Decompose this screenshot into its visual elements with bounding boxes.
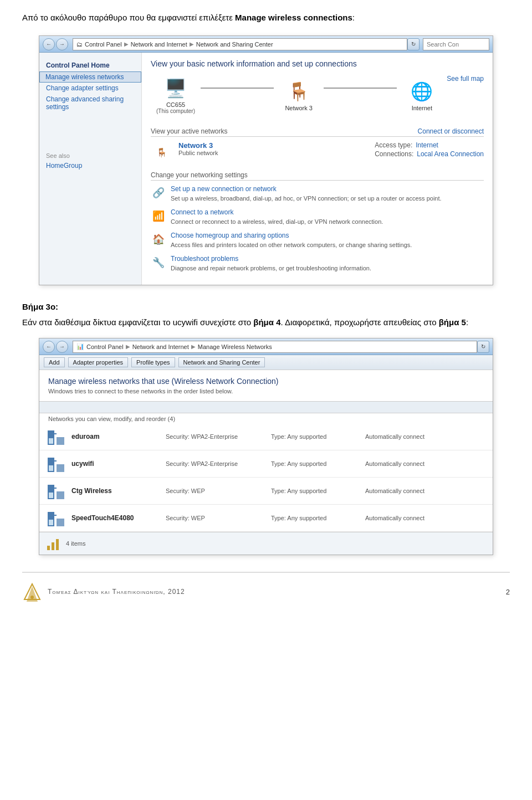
wifi-row-speedtouch[interactable]: SpeedTouch4E4080 Security: WEP Type: Any… — [39, 505, 493, 532]
wifi-row-eduroam[interactable]: eduroam Security: WPA2-Enterprise Type: … — [39, 423, 493, 450]
wifi-icon-ctg — [46, 481, 66, 501]
active-network-info: Network 3 Public network — [178, 141, 369, 156]
wifi-type-ucywifi: Type: Any supported — [271, 460, 360, 467]
add-button[interactable]: Add — [44, 357, 65, 367]
forward-button-2[interactable]: → — [56, 341, 68, 353]
access-type-row: Access type: Internet — [375, 141, 484, 149]
connect-network-link[interactable]: Connect to a network — [171, 208, 383, 216]
refresh-button-2[interactable]: ↻ — [477, 341, 489, 353]
troubleshoot-icon: 🔧 — [151, 255, 166, 270]
net-line-2 — [324, 88, 397, 89]
back-button[interactable]: ← — [43, 38, 55, 50]
address-bar-2[interactable]: 📊 Control Panel ▶ Network and Internet ▶… — [73, 341, 477, 353]
step3-heading: Βήμα 3ο: — [22, 302, 510, 311]
svg-rect-1 — [49, 438, 53, 444]
page-number: 2 — [506, 588, 510, 596]
new-connection-link[interactable]: Set up a new connection or network — [171, 185, 442, 193]
svg-rect-20 — [47, 546, 50, 550]
connections-row: Connections: Local Area Connection — [375, 150, 484, 158]
nav-buttons-2: ← → — [43, 341, 68, 353]
step3-bold2: βήμα 5 — [439, 317, 466, 327]
refresh-button[interactable]: ↻ — [407, 38, 420, 50]
address-bar[interactable]: 🗂 Control Panel ▶ Network and Internet ▶… — [73, 38, 407, 50]
active-network-name: Network 3 — [178, 141, 369, 150]
breadcrumb2-part1: Control Panel — [86, 343, 124, 350]
sep2: ▶ — [190, 41, 194, 47]
main-content-1: View your basic network information and … — [142, 53, 493, 285]
step3-bold1: βήμα 4 — [253, 317, 280, 327]
sidebar-manage-wireless[interactable]: Manage wireless networks — [39, 71, 141, 83]
profile-types-button[interactable]: Profile types — [131, 357, 175, 367]
connect-disconnect-link[interactable]: Connect or disconnect — [418, 127, 484, 135]
active-network-type: Public network — [178, 150, 369, 156]
svg-rect-6 — [49, 465, 53, 471]
connections-value[interactable]: Local Area Connection — [417, 150, 484, 158]
svg-rect-11 — [49, 493, 53, 498]
svg-marker-17 — [48, 512, 54, 519]
see-full-map-link[interactable]: See full map — [447, 75, 484, 83]
svg-rect-18 — [57, 519, 64, 526]
connect-network-icon: 📶 — [151, 208, 166, 224]
settings-item-2: 🏠 Choose homegroup and sharing options A… — [151, 232, 484, 249]
footer-chart-icon — [46, 536, 62, 551]
screenshot-manage-wireless: ← → 📊 Control Panel ▶ Network and Intern… — [39, 338, 493, 555]
search-input[interactable] — [423, 38, 489, 50]
new-connection-desc: Set up a wireless, broadband, dial-up, a… — [171, 195, 442, 202]
net-line-1 — [201, 88, 274, 89]
wifi-name-speedtouch: SpeedTouch4E4080 — [71, 514, 160, 522]
back-button-2[interactable]: ← — [43, 341, 55, 353]
network-sharing-center-button[interactable]: Network and Sharing Center — [178, 357, 265, 367]
breadcrumb-part2: Network and Internet — [131, 41, 187, 48]
network-diagram: 🖥️ CC655 (This computer) 🪑 Network 3 🌐 I… — [151, 75, 484, 120]
wifi-connect-ctg: Automatically connect — [365, 488, 486, 494]
homegroup-desc: Access files and printers located on oth… — [171, 242, 412, 248]
wifi-type-speedtouch: Type: Any supported — [271, 515, 360, 521]
settings-text-1: Connect to a network Connect or reconnec… — [171, 208, 383, 226]
sidebar-advanced-sharing[interactable]: Change advanced sharing settings — [39, 94, 141, 112]
homegroup-icon: 🏠 — [151, 232, 166, 247]
breadcrumb2-part3: Manage Wireless Networks — [198, 343, 272, 350]
troubleshoot-link[interactable]: Troubleshoot problems — [171, 255, 371, 263]
computer-label: CC655 — [166, 101, 185, 108]
wifi-name-ctg: Ctg Wireless — [71, 487, 160, 495]
wifi-type-eduroam: Type: Any supported — [271, 433, 360, 440]
breadcrumb-icon-2: 📊 — [76, 343, 84, 350]
nav-buttons: ← → — [43, 38, 68, 50]
network-label: Network 3 — [285, 105, 313, 111]
sep2-1: ▶ — [126, 343, 130, 350]
settings-item-1: 📶 Connect to a network Connect or reconn… — [151, 208, 484, 226]
svg-point-25 — [30, 596, 34, 599]
wifi-row-ucywifi[interactable]: ucywifi Security: WPA2-Enterprise Type: … — [39, 450, 493, 478]
sep1: ▶ — [124, 41, 129, 47]
net-item-computer: 🖥️ CC655 (This computer) — [151, 75, 201, 114]
active-networks-bar: View your active networks Connect or dis… — [151, 127, 484, 137]
window-body-1: Control Panel Home Manage wireless netwo… — [39, 53, 493, 285]
footer-org: Τομέας Δικτύων και Τηλεπικοινωνιών, 2012 — [22, 582, 185, 602]
access-type-label: Access type: — [375, 141, 412, 149]
footer-logo-icon — [22, 582, 42, 602]
titlebar-2: ← → 📊 Control Panel ▶ Network and Intern… — [39, 339, 493, 355]
svg-marker-7 — [48, 458, 54, 464]
svg-marker-2 — [48, 430, 54, 437]
network-access-info: Access type: Internet Connections: Local… — [375, 141, 484, 159]
adapter-properties-button[interactable]: Adapter properties — [68, 357, 129, 367]
forward-button[interactable]: → — [56, 38, 68, 50]
intro-paragraph: Από το ακόλουθο παράθυρο που θα εμφανιστ… — [22, 11, 510, 24]
sidebar-change-adapter[interactable]: Change adapter settings — [39, 83, 141, 94]
svg-rect-22 — [56, 539, 59, 550]
net-item-network: 🪑 Network 3 — [274, 78, 324, 111]
connections-label: Connections: — [375, 150, 413, 158]
homegroup-link[interactable]: Choose homegroup and sharing options — [171, 232, 412, 239]
wifi-list-subtitle: Windows tries to connect to these networ… — [48, 388, 484, 394]
wifi-table-header — [39, 401, 493, 413]
settings-bar: Change your networking settings — [151, 171, 484, 181]
step3-text-after: . Διαφορετικά, προχωρήστε απευθείας στο — [281, 317, 439, 327]
wifi-networks-count: Networks you can view, modify, and reord… — [39, 413, 493, 423]
new-connection-icon: 🔗 — [151, 185, 166, 201]
wifi-list-header: Manage wireless networks that use (Wirel… — [39, 370, 493, 401]
troubleshoot-desc: Diagnose and repair network problems, or… — [171, 265, 371, 271]
wifi-icon-speedtouch — [46, 508, 66, 528]
wifi-row-ctg[interactable]: Ctg Wireless Security: WEP Type: Any sup… — [39, 478, 493, 505]
sidebar-homegroup[interactable]: HomeGroup — [39, 160, 141, 171]
breadcrumb-icon: 🗂 — [76, 41, 83, 48]
